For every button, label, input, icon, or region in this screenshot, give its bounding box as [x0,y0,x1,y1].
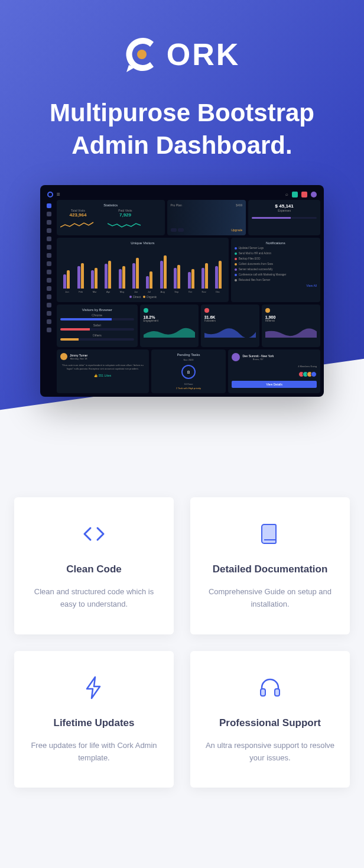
statistics-card: Statistics Total Visits 423,964 Paid Vis… [57,200,165,235]
svg-point-0 [137,50,147,59]
chart-legend: Direct Organic [60,295,225,299]
message-icon[interactable] [292,192,298,197]
expenses-card: $ 45,141 Expenses [248,200,320,235]
menu-icon[interactable]: ≡ [57,191,60,197]
metric-icon [144,308,148,313]
author-name: Jimmy Turner [70,354,87,357]
sidebar-item[interactable] [47,294,51,299]
hero-headline: Multipurose Bootstrap Admin Dashboard. [12,97,352,161]
app-logo-icon [47,192,53,197]
pending-date: Nov 2020 [155,358,223,361]
sidebar-item[interactable] [47,328,51,332]
bar-chart [60,247,225,289]
svg-rect-3 [275,689,280,696]
followers-card: 31.6K Followers [201,305,259,347]
notification-item[interactable]: Rebooted files from Server [235,278,317,281]
sidebar-item[interactable] [47,245,51,250]
sidebar-item[interactable] [47,228,51,233]
user-avatar-icon[interactable] [311,192,317,197]
event-name: Dev Summit - New York [242,354,274,358]
author-date: Monday, Nov 18 [70,357,87,360]
sidebar-item[interactable] [47,319,51,324]
feature-desc: Free updates for life with Cork Admin te… [28,740,160,765]
metric-value: 1,900 [265,315,317,319]
sidebar-item[interactable] [47,220,51,225]
event-card: Dev Summit - New York Bronx, NY 4 Member… [228,349,320,393]
pro-plan-card: Pro Plan $499 Upgrade [167,200,246,235]
feature-desc: Clean and structured code which is easy … [28,586,160,611]
notification-item[interactable]: Server rebooted successfully [235,268,317,271]
lightning-icon [81,675,107,701]
expenses-label: Expenses [252,209,317,212]
cork-logo-icon [124,35,162,73]
card-title: Statistics [60,203,161,207]
brand-name: ORK [167,37,240,72]
feature-desc: An ultra responsive support to resolve y… [204,740,336,765]
priority-note: 2 Task with High priority [155,387,223,390]
card-title: Notifications [235,241,317,245]
feature-title: Clean Code [28,563,160,575]
likes-count[interactable]: 👍 551 Likes [60,374,145,377]
feature-support: Professional Support An ultra responsive… [190,651,350,788]
feature-updates: Lifetime Updates Free updates for life w… [14,651,174,788]
notification-item[interactable]: Backup Files EOD [235,257,317,260]
chart-x-axis: JanFebMarAprMayJunJulAugSepOctNovDec [60,290,225,293]
hero-section: ORK Multipurose Bootstrap Admin Dashboar… [0,0,364,456]
expenses-value: $ 45,141 [252,203,317,209]
upgrade-button[interactable]: Upgrade [231,228,242,232]
notification-item[interactable]: Updated Server Logs [235,247,317,250]
dashboard-sidebar [44,200,54,393]
notification-item[interactable]: Collect documents from Sara [235,263,317,265]
engagement-card: 18.2% Engagement [140,305,199,347]
feature-documentation: Detailed Documentation Comprehensive Gui… [190,497,350,634]
view-all-link[interactable]: View All [235,284,317,287]
stat-value: 423,964 [60,212,96,218]
sidebar-item[interactable] [47,253,51,258]
notification-item[interactable]: Send Mail to HR and Admin [235,252,317,255]
pending-tasks-card: Pending Tasks Nov 2020 8 16 Done 2 Task … [151,349,226,393]
browser-item: Others [60,333,134,341]
visitors-chart-card: Unique Visitors JanFebMarAprMayJunJulAug… [57,238,229,302]
sidebar-item[interactable] [47,303,51,307]
card-title: Pending Tasks [155,353,223,357]
feature-title: Professional Support [204,717,336,729]
notification-item[interactable]: Conference call with Marketing Manager [235,273,317,276]
view-details-button[interactable]: View Details [232,381,317,388]
metric-value: 18.2% [144,315,195,319]
feature-title: Lifetime Updates [28,717,160,729]
sidebar-item[interactable] [47,212,51,216]
pro-title: Pro Plan [171,203,182,207]
referral-card: 1,900 Referral [262,305,320,347]
feature-clean-code: Clean Code Clean and structured code whi… [14,497,174,634]
member-avatars [232,371,317,377]
stat-value: 7,929 [108,212,143,218]
notification-icon[interactable] [301,192,307,197]
card-title: Visitors by Browser [60,308,134,312]
sidebar-item[interactable] [47,203,51,208]
members-label: 4 Members Going [232,365,317,368]
metric-label: Followers [204,319,256,322]
area-chart [144,326,195,338]
sidebar-item[interactable] [47,237,51,241]
features-grid: Clean Code Clean and structured code whi… [0,456,364,811]
progress-bar [252,217,317,219]
browser-item: Safari [60,323,134,331]
sparkline-chart [60,221,96,229]
sidebar-item[interactable] [47,286,51,291]
completed-count: 16 Done [155,383,223,386]
legend-item: Organic [147,295,157,299]
sparkline-chart [108,221,143,229]
sidebar-item[interactable] [47,311,51,316]
metric-icon [204,308,209,313]
metric-label: Referral [265,319,317,322]
sidebar-item[interactable] [47,278,51,283]
chart-title: Unique Visitors [60,241,225,245]
pro-price: $499 [236,203,242,207]
brand-logo: ORK [12,35,352,73]
search-icon[interactable]: ⌕ [285,192,288,197]
svg-rect-2 [261,689,265,696]
testimonial-text: "Duis aute irure dolor" in reprehenderit… [60,364,145,370]
sidebar-item[interactable] [47,261,51,266]
book-icon [257,521,283,547]
sidebar-item[interactable] [47,270,51,274]
